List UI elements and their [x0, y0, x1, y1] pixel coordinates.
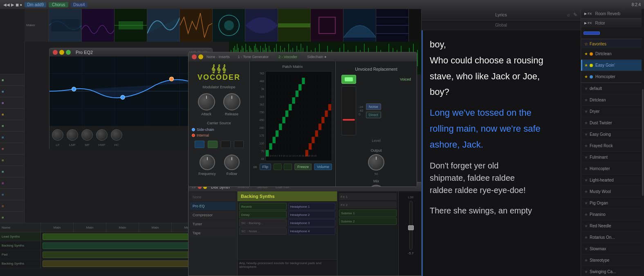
- voiced-label: Voiced: [400, 77, 411, 81]
- carrier-btn-3[interactable]: [221, 141, 231, 148]
- track-item-4[interactable]: ■: [0, 109, 24, 120]
- track-item-12[interactable]: ■: [0, 200, 24, 212]
- search-icon[interactable]: ⌕: [567, 12, 570, 18]
- track-item-3[interactable]: ■: [0, 97, 24, 109]
- wave-icon[interactable]: [284, 164, 292, 170]
- fx-item-red-needle[interactable]: ★ Red Needle: [581, 220, 644, 232]
- fx-item-default[interactable]: ★ default: [581, 83, 644, 94]
- eq-knob-3[interactable]: [81, 129, 93, 141]
- headphone-1[interactable]: Headphone 1: [288, 203, 336, 210]
- insert-none[interactable]: None: [190, 193, 236, 201]
- follow-knob[interactable]: [224, 155, 240, 170]
- fx-item-musty-wool[interactable]: ★ Musty Wool: [581, 186, 644, 197]
- attack-knob[interactable]: [198, 93, 215, 110]
- fx-item-slowmax[interactable]: ★ Slowmax: [581, 243, 644, 255]
- track-item-2[interactable]: ■: [0, 86, 24, 97]
- track-item-1[interactable]: ■: [0, 74, 24, 86]
- fx-item-pig-organ[interactable]: ★ Pig Organ: [581, 197, 644, 209]
- eq-knob-4[interactable]: [96, 129, 108, 141]
- fx-horncopter-label: Horncopter: [590, 166, 610, 171]
- level-slider[interactable]: [341, 86, 356, 135]
- track-item-5[interactable]: ■: [0, 120, 24, 132]
- output-knob[interactable]: [368, 154, 384, 171]
- star-empty-8-icon: ★: [584, 166, 588, 171]
- fx-item-dirtclean-2[interactable]: ★ Dirtclean: [581, 94, 644, 106]
- fx-2[interactable]: FX 2: [339, 201, 397, 209]
- delay-send[interactable]: Delay: [239, 211, 287, 218]
- carrier-btn-2[interactable]: [208, 141, 218, 148]
- fx-item-light-hearted[interactable]: ★ Light-hearted: [581, 175, 644, 186]
- fx-item-easy-going[interactable]: ★ Easy Going: [581, 129, 644, 140]
- fx-item-dirtclean-1[interactable]: ★ Dirtclean: [581, 48, 644, 60]
- fx-item-swinging[interactable]: ★ Swinging Ca...: [581, 266, 644, 276]
- channel-fader[interactable]: [409, 201, 413, 250]
- headphone-2[interactable]: Headphone 2: [288, 211, 336, 218]
- volume-button[interactable]: Volume: [314, 164, 332, 170]
- track-item-8[interactable]: ■: [0, 155, 24, 166]
- fx-1[interactable]: FX 1: [339, 193, 397, 200]
- eq-knob-5[interactable]: [111, 129, 122, 141]
- direct-button[interactable]: Direct: [366, 112, 381, 118]
- voiced-toggle[interactable]: [341, 75, 356, 84]
- frequency-knob[interactable]: [200, 155, 215, 170]
- follow-label: Follow: [224, 172, 240, 176]
- eq-knob-2[interactable]: [67, 129, 78, 141]
- unvoiced-panel: Unvoiced Replacement Voiced: [339, 65, 413, 145]
- flip-button[interactable]: Flip: [260, 164, 272, 170]
- internal-option[interactable]: Internal: [197, 133, 209, 137]
- rotor-plugin[interactable]: [581, 27, 644, 39]
- fx-item-homcopter[interactable]: ★ Homcopter: [581, 71, 644, 83]
- close-icon[interactable]: [53, 50, 58, 55]
- vocoder-header[interactable]: None - Inserts 1 - Tone Generator 2 - Vo…: [188, 52, 417, 61]
- track-item-13[interactable]: ■: [0, 212, 24, 223]
- insert-pro-eq[interactable]: Pro EQ: [190, 202, 236, 210]
- fx-item-frayed-rock[interactable]: ★ Frayed Rock: [581, 140, 644, 152]
- svg-rect-48: [321, 117, 324, 123]
- expand-icon[interactable]: [66, 50, 71, 55]
- reverb-send[interactable]: Reverb: [239, 203, 287, 210]
- frequency-label: Frequency: [198, 172, 216, 176]
- track-item-10[interactable]: ■: [0, 177, 24, 189]
- mix-knob[interactable]: [368, 185, 384, 187]
- track-item-7[interactable]: ■: [0, 143, 24, 155]
- track-header-label: Maker: [26, 23, 47, 27]
- headphone-4[interactable]: Headphone 4: [288, 227, 336, 235]
- track-item-9[interactable]: ■: [0, 166, 24, 177]
- fx-scrollbar-thumb[interactable]: [642, 89, 644, 196]
- fx-item-rotarius[interactable]: ★ Rotarius On...: [581, 232, 644, 243]
- vocoder-close-icon[interactable]: [192, 54, 197, 59]
- insert-tape[interactable]: Tape: [190, 229, 236, 237]
- fx-item-pinanino[interactable]: ★ Pinanino: [581, 209, 644, 220]
- submix-2[interactable]: Submix 2: [339, 218, 397, 225]
- minimize-icon[interactable]: [59, 50, 64, 55]
- xy-pad[interactable]: [274, 164, 282, 170]
- insert-compressor[interactable]: Compressor: [190, 211, 236, 219]
- room-reverb-label: Room Reverb: [595, 11, 620, 16]
- fx-item-stereotype[interactable]: ★ Stereotype: [581, 255, 644, 266]
- track-item-6[interactable]: ■: [0, 132, 24, 143]
- noise-send[interactable]: SC - Noise...: [239, 227, 287, 235]
- fx-item-dryer[interactable]: ★ Dryer: [581, 106, 644, 117]
- fx-item-fulminant[interactable]: ★ Fulminant: [581, 152, 644, 163]
- fx-fulminant-label: Fulminant: [590, 155, 608, 159]
- submix-1[interactable]: Submix 1: [339, 209, 397, 217]
- freeze-button[interactable]: Freeze: [294, 164, 312, 170]
- room-reverb-header: ▶ FX Room Reverb: [581, 9, 644, 18]
- vocoder-minimize-icon[interactable]: [198, 54, 203, 59]
- headphone-3[interactable]: Headphone 3: [288, 219, 336, 227]
- track-item-11[interactable]: ■: [0, 189, 24, 200]
- fx-item-horncopter[interactable]: ★ Horncopter: [581, 163, 644, 175]
- carrier-btn-1[interactable]: [195, 141, 204, 148]
- carrier-btn-4[interactable]: [234, 141, 244, 148]
- compressor-send[interactable]: SC - Backing...: [239, 219, 287, 227]
- edit-icon[interactable]: ✎: [573, 12, 577, 18]
- sidechain-option[interactable]: Side-chain: [197, 128, 214, 132]
- fx-item-easygoin[interactable]: ★ Easy Goin': [581, 60, 644, 71]
- eq-knob-1[interactable]: [52, 129, 63, 141]
- svg-rect-50: [328, 104, 331, 111]
- noise-button[interactable]: Noise: [366, 103, 381, 110]
- release-knob[interactable]: [223, 93, 240, 110]
- fx-scrollbar[interactable]: [642, 9, 644, 276]
- fx-item-dust-twister[interactable]: ★ Dust Twister: [581, 117, 644, 129]
- insert-tuner[interactable]: Tuner: [190, 220, 236, 228]
